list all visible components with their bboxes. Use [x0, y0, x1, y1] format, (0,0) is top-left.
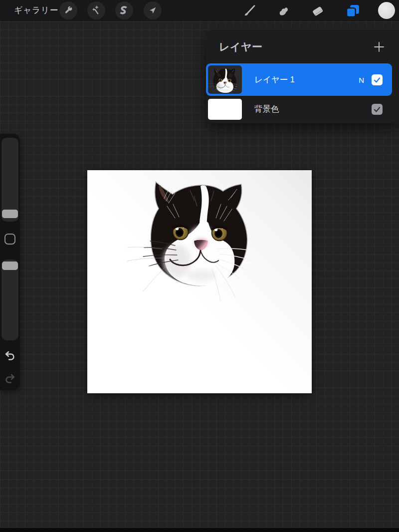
- opacity-handle[interactable]: [2, 262, 18, 270]
- checkmark-icon: [373, 76, 381, 84]
- procreate-app: ギャラリー: [0, 0, 399, 532]
- magic-wand-icon: [91, 5, 102, 16]
- redo-icon: [3, 372, 16, 385]
- opacity-slider[interactable]: [1, 260, 18, 340]
- plus-icon: [374, 41, 385, 52]
- layer-1-blend-mode[interactable]: N: [359, 75, 364, 84]
- add-layer-button[interactable]: [372, 40, 386, 54]
- smudge-tool-button[interactable]: [274, 1, 292, 19]
- tuxedo-cat-artwork: [87, 170, 312, 393]
- layers-panel-header: レイヤー: [206, 30, 399, 63]
- selection-button[interactable]: [115, 1, 133, 19]
- layer-row-1[interactable]: レイヤー 1 N: [206, 63, 392, 96]
- background-visibility-checkbox[interactable]: [372, 104, 383, 115]
- adjustments-button[interactable]: [87, 1, 105, 19]
- bottom-strip: [0, 528, 399, 532]
- layer-row-background[interactable]: 背景色: [206, 97, 399, 122]
- background-color-thumbnail[interactable]: [208, 99, 242, 120]
- layer-1-thumbnail-art: [208, 65, 242, 94]
- undo-button[interactable]: [3, 349, 16, 362]
- paint-tool-button[interactable]: [240, 1, 258, 19]
- modify-button[interactable]: [4, 234, 15, 245]
- layers-panel-button[interactable]: [343, 1, 361, 19]
- checkmark-icon: [373, 105, 381, 113]
- transform-button[interactable]: [144, 1, 162, 19]
- smudge-icon: [276, 3, 291, 18]
- layers-panel: レイヤー レイヤー 1 N 背景色: [206, 30, 399, 123]
- active-color-swatch[interactable]: [378, 2, 395, 19]
- sidebar-controls: [0, 134, 20, 390]
- redo-button[interactable]: [3, 372, 16, 385]
- layer-1-name: レイヤー 1: [254, 74, 295, 85]
- actions-button[interactable]: [59, 1, 77, 19]
- layer-1-thumbnail[interactable]: [208, 65, 242, 94]
- top-toolbar: ギャラリー: [0, 0, 399, 21]
- layer-1-visibility-checkbox[interactable]: [372, 74, 383, 85]
- background-layer-name: 背景色: [254, 104, 279, 115]
- brush-size-slider[interactable]: [1, 138, 18, 222]
- eraser-tool-button[interactable]: [309, 1, 327, 19]
- drawing-canvas[interactable]: [87, 170, 312, 393]
- transform-arrow-icon: [147, 5, 158, 16]
- brush-size-handle[interactable]: [2, 210, 18, 218]
- selection-s-icon: [119, 5, 130, 16]
- layers-panel-title: レイヤー: [219, 40, 262, 54]
- eraser-icon: [310, 3, 325, 18]
- paintbrush-icon: [242, 3, 257, 18]
- layers-icon: [345, 3, 360, 18]
- undo-icon: [3, 349, 16, 362]
- wrench-icon: [63, 5, 74, 16]
- gallery-button[interactable]: ギャラリー: [14, 0, 58, 21]
